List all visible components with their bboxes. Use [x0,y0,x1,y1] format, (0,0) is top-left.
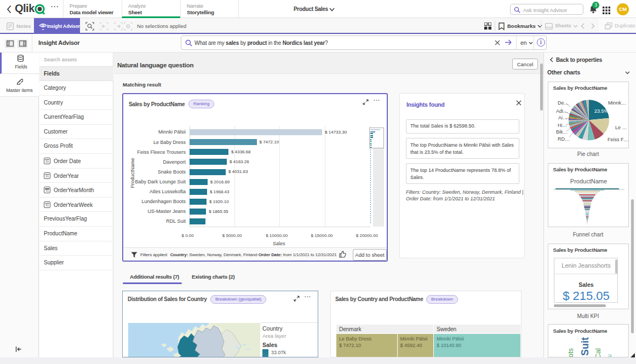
svg-text:RD…: RD… [558,136,570,142]
svg-text:23.5%: 23.5% [594,108,609,114]
svg-text:Feiss F…: Feiss F… [608,137,629,142]
svg-text:Hi…: Hi… [558,123,568,128]
svg-text:Minnk…: Minnk… [608,100,626,106]
svg-text:Bik…: Bik… [556,129,568,135]
svg-text:Adi…: Adi… [556,108,568,114]
svg-text:De…: De… [558,100,569,106]
svg-text:Ai…: Ai… [558,115,568,120]
svg-text:Le …: Le … [615,125,627,130]
